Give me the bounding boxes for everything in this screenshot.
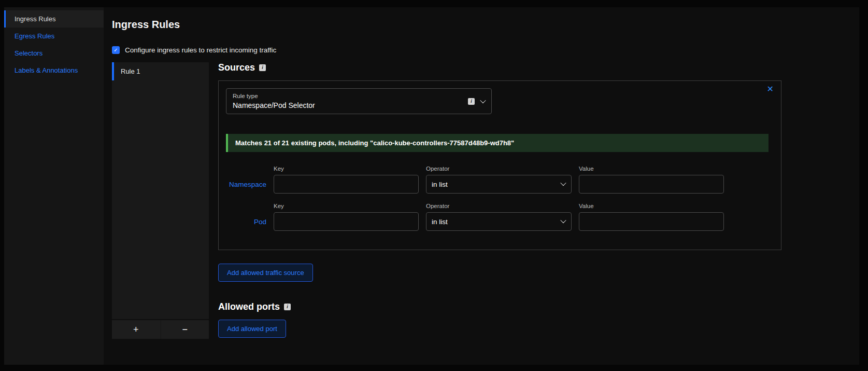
chevron-down-icon (480, 98, 486, 103)
pod-value-label: Value (579, 203, 724, 209)
pod-operator-select[interactable]: in list (426, 212, 572, 231)
pod-selector-label: Pod (226, 212, 266, 231)
sidebar-item-selectors[interactable]: Selectors (4, 45, 104, 62)
configure-ingress-checkbox[interactable]: ✓ (112, 46, 120, 54)
sidebar-item-ingress-rules[interactable]: Ingress Rules (4, 10, 104, 28)
add-rule-button[interactable]: + (112, 320, 160, 339)
allowed-ports-info-icon: i (284, 304, 291, 310)
match-count-banner: Matches 21 of 21 existing pods, includin… (226, 134, 769, 152)
namespace-key-label: Key (274, 166, 419, 172)
namespace-selector-label: Namespace (226, 175, 266, 194)
sidebar-item-labels-annotations[interactable]: Labels & Annotations (4, 62, 104, 79)
pod-value-input[interactable] (579, 212, 724, 231)
app-window: Ingress Rules Egress Rules Selectors Lab… (0, 0, 868, 371)
sources-heading-row: Sources i (218, 62, 781, 73)
allowed-ports-heading: Allowed ports (218, 301, 280, 312)
add-allowed-port-button[interactable]: Add allowed port (218, 320, 286, 338)
allowed-ports-heading-row: Allowed ports i (218, 301, 781, 312)
namespace-operator-select[interactable]: in list (426, 175, 572, 194)
rule-item-1[interactable]: Rule 1 (112, 62, 209, 80)
sources-info-icon: i (259, 64, 266, 71)
sidebar-item-egress-rules[interactable]: Egress Rules (4, 28, 104, 45)
remove-source-button[interactable]: ✕ (766, 84, 775, 94)
pod-operator-label: Operator (426, 203, 572, 209)
configure-ingress-row: ✓ Configure ingress rules to restrict in… (112, 46, 859, 54)
namespace-value-input[interactable] (579, 175, 724, 194)
main-content: Ingress Rules ✓ Configure ingress rules … (104, 7, 859, 365)
rule-type-select[interactable]: Rule type Namespace/Pod Selector i (226, 88, 492, 114)
namespace-key-input[interactable] (274, 175, 419, 194)
pod-key-label: Key (274, 203, 419, 209)
rule-type-info-icon: i (468, 98, 475, 105)
namespace-selector-row: Namespace Key Operator in list (226, 166, 774, 194)
page-title: Ingress Rules (112, 19, 859, 31)
add-traffic-source-button[interactable]: Add allowed traffic source (218, 264, 313, 282)
selector-fields: Namespace Key Operator in list (226, 166, 774, 231)
rule-editor: Sources i ✕ Rule type Namespace/Pod Sele… (218, 62, 781, 339)
source-card: ✕ Rule type Namespace/Pod Selector i (218, 80, 781, 250)
sources-heading: Sources (218, 62, 255, 73)
rule-type-label: Rule type (233, 93, 315, 99)
configure-ingress-label: Configure ingress rules to restrict inco… (125, 46, 276, 54)
remove-rule-button[interactable]: − (161, 320, 209, 339)
rules-list: Rule 1 + − (112, 62, 209, 339)
namespace-value-label: Value (579, 166, 724, 172)
namespace-operator-label: Operator (426, 166, 572, 172)
pod-key-input[interactable] (274, 212, 419, 231)
pod-selector-row: Pod Key Operator in list (226, 203, 774, 231)
rule-type-value: Namespace/Pod Selector (233, 101, 315, 109)
rules-actions: + − (112, 319, 209, 339)
sidebar: Ingress Rules Egress Rules Selectors Lab… (4, 7, 104, 365)
check-icon: ✓ (113, 47, 118, 53)
